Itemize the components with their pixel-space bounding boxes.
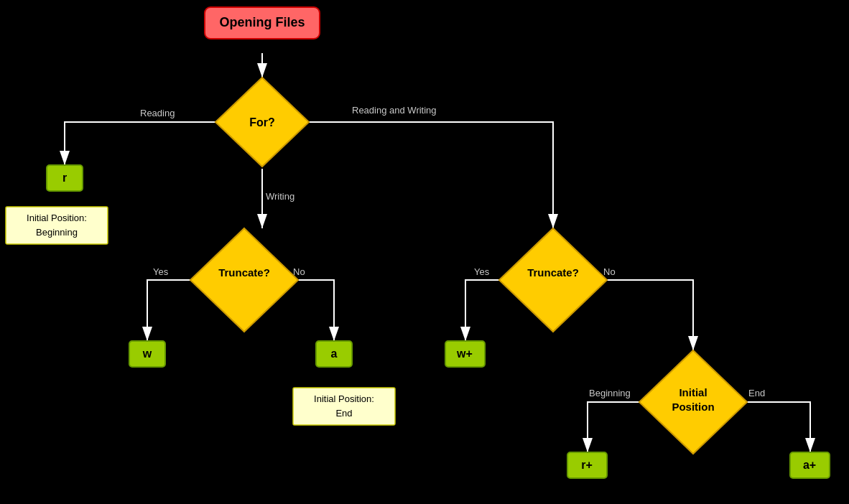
- for-label: For?: [249, 116, 275, 129]
- init-pos-line2: Position: [672, 401, 714, 413]
- rp-label: r+: [581, 459, 593, 471]
- label-end: End: [748, 388, 765, 398]
- label-beginning: Beginning: [589, 388, 631, 398]
- a-label: a: [331, 347, 338, 360]
- arrow-trunc2-to-initpos: [598, 280, 693, 350]
- init-beginning-line1: Initial Position:: [27, 213, 87, 223]
- init-end-line1: Initial Position:: [314, 393, 374, 404]
- label-yes1: Yes: [153, 266, 169, 277]
- init-pos-line1: Initial: [679, 386, 707, 398]
- arrow-for-to-trunc2: [302, 122, 553, 228]
- truncate1-label: Truncate?: [218, 266, 270, 279]
- arrow-initpos-to-rp: [588, 402, 649, 452]
- r-label: r: [62, 172, 67, 184]
- label-no1: No: [293, 266, 305, 277]
- truncate1-diamond: [190, 228, 298, 332]
- arrow-initpos-to-ap: [738, 402, 810, 452]
- arrow-trunc1-to-w: [147, 280, 200, 341]
- truncate2-diamond: [499, 228, 607, 332]
- wp-label: w+: [456, 347, 473, 360]
- w-label: w: [142, 347, 152, 360]
- ap-label: a+: [803, 459, 816, 471]
- label-no2: No: [603, 266, 616, 277]
- arrow-trunc2-to-wp: [465, 280, 509, 341]
- init-beginning-line2: Beginning: [36, 227, 78, 238]
- arrow-trunc1-to-a: [289, 280, 334, 341]
- label-yes2: Yes: [474, 266, 490, 277]
- label-reading-writing: Reading and Writing: [352, 105, 437, 116]
- init-end-line2: End: [335, 408, 352, 419]
- arrow-for-to-r: [65, 122, 223, 165]
- opening-files-label: Opening Files: [219, 15, 305, 29]
- flowchart-diagram: Opening Files For? r Initial Position: B…: [0, 0, 849, 504]
- truncate2-label: Truncate?: [527, 266, 579, 279]
- label-writing: Writing: [266, 191, 294, 202]
- label-reading: Reading: [140, 108, 175, 118]
